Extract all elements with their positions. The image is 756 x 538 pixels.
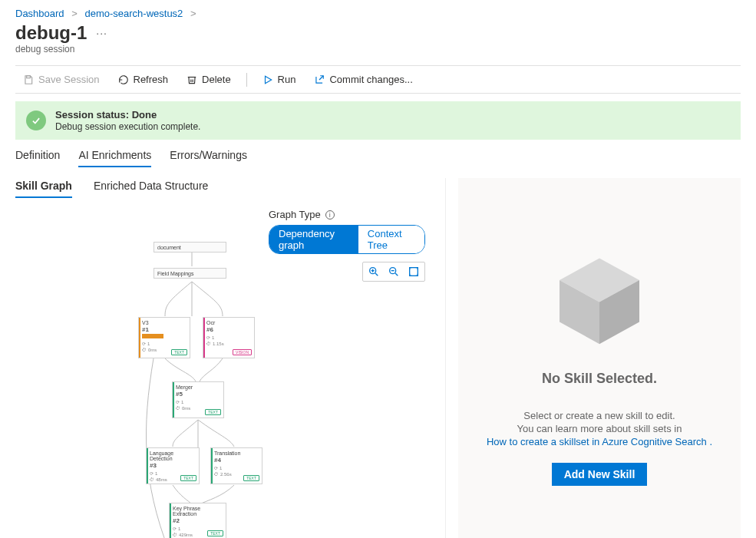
save-icon	[23, 74, 34, 85]
main-tabs: Definition AI Enrichments Errors/Warning…	[15, 146, 741, 167]
add-new-skill-button[interactable]: Add New Skill	[552, 463, 648, 486]
node-skill-1[interactable]: V3 #1 ⟳ 1 ⏱ 0ms TEXT	[138, 317, 190, 358]
commit-changes-button[interactable]: Commit changes...	[306, 71, 420, 88]
commit-icon	[314, 74, 325, 85]
skillset-docs-link[interactable]: How to create a skillset in Azure Cognit…	[487, 436, 712, 447]
save-session-button: Save Session	[15, 71, 107, 88]
tab-definition[interactable]: Definition	[15, 146, 60, 167]
trash-icon	[187, 74, 197, 85]
run-button[interactable]: Run	[255, 71, 304, 88]
tab-skill-graph[interactable]: Skill Graph	[15, 178, 72, 198]
refresh-icon	[118, 74, 129, 85]
breadcrumb: Dashboard > demo-search-westus2 >	[15, 8, 741, 19]
tab-enriched-data-structure[interactable]: Enriched Data Structure	[94, 178, 208, 198]
skill-details-panel: No Skill Selected. Select or create a ne…	[458, 178, 741, 538]
breadcrumb-dashboard[interactable]: Dashboard	[15, 8, 64, 19]
tab-ai-enrichments[interactable]: AI Enrichments	[78, 146, 151, 167]
more-actions-button[interactable]: ···	[96, 27, 107, 39]
status-title: Session status: Done	[55, 109, 200, 120]
tab-errors-warnings[interactable]: Errors/Warnings	[170, 146, 247, 167]
no-skill-heading: No Skill Selected.	[542, 371, 657, 387]
page-subtitle: debug session	[15, 44, 741, 54]
toolbar-divider	[246, 73, 247, 87]
refresh-button[interactable]: Refresh	[111, 71, 177, 88]
page-title: debug-1	[15, 22, 87, 44]
graph-edges	[15, 228, 276, 538]
node-skill-6[interactable]: Ocr #6 ⟳ 1 ⏱ 1.15s VISION	[203, 317, 255, 358]
graph-type-label: Graph Type	[269, 209, 321, 220]
cube-placeholder-icon	[550, 250, 649, 352]
node-skill-3[interactable]: Language Detection #3 ⟳ 1 ⏱ 48ms TEXT	[146, 447, 200, 484]
svg-marker-1	[265, 76, 271, 83]
skill-graph-canvas[interactable]: document Field Mappings V3 #1 ⟳ 1 ⏱ 0ms …	[15, 228, 433, 538]
node-document[interactable]: document	[154, 242, 226, 252]
success-check-icon	[26, 111, 46, 130]
info-icon[interactable]: i	[325, 210, 335, 219]
toolbar: Save Session Refresh Delete Run Commit c…	[15, 65, 741, 94]
node-skill-5[interactable]: Merger #5 ⟳ 1 ⏱ 0ms TEXT	[172, 381, 224, 418]
play-icon	[262, 74, 273, 85]
node-skill-2[interactable]: Key Phrase Extraction #2 ⟳ 1 ⏱ 429ms TEX…	[169, 503, 226, 538]
svg-rect-0	[27, 75, 31, 78]
status-detail: Debug session execution complete.	[55, 121, 200, 132]
chevron-right-icon: >	[71, 8, 78, 19]
status-banner: Session status: Done Debug session execu…	[15, 101, 741, 140]
details-line-1: Select or create a new skill to edit.	[523, 410, 675, 421]
sub-tabs: Skill Graph Enriched Data Structure	[15, 178, 433, 198]
warning-badge	[142, 334, 163, 338]
node-skill-4[interactable]: Translation #4 ⟳ 1 ⏱ 2.56s TEXT	[210, 447, 262, 484]
breadcrumb-resource[interactable]: demo-search-westus2	[84, 8, 183, 19]
delete-button[interactable]: Delete	[179, 71, 239, 88]
node-field-mappings[interactable]: Field Mappings	[154, 268, 226, 279]
chevron-right-icon: >	[190, 8, 196, 19]
details-line-2: You can learn more about skill sets in	[517, 423, 682, 434]
